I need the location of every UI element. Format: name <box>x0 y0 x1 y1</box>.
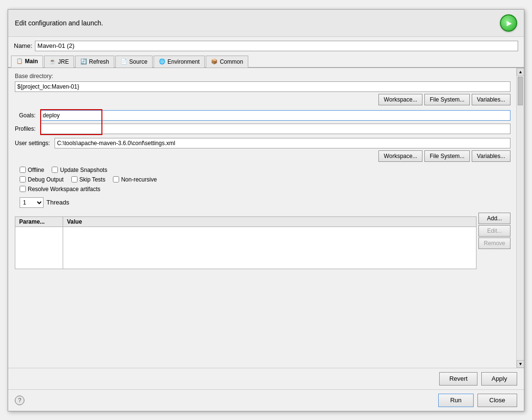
apply-button[interactable]: Apply <box>481 372 517 386</box>
checkbox-resolve-workspace: Resolve Workspace artifacts <box>20 186 100 193</box>
close-button[interactable]: Close <box>477 394 517 407</box>
param-column-header: Parame... <box>15 217 63 227</box>
threads-row: 1 2 4 8 Threads <box>15 197 510 208</box>
name-input[interactable] <box>35 41 518 51</box>
user-settings-buttons: Workspace... File System... Variables... <box>15 150 510 162</box>
tab-environment[interactable]: 🌐 Environment <box>154 56 205 68</box>
params-area: Parame... Value Add... Edit... Remove <box>15 213 510 269</box>
offline-checkbox[interactable] <box>20 167 26 173</box>
resolve-workspace-checkbox[interactable] <box>20 186 26 192</box>
tab-source[interactable]: 📄 Source <box>115 56 153 68</box>
skip-tests-label: Skip Tests <box>79 176 105 183</box>
name-row: Name: <box>8 37 524 55</box>
file-system-btn-1[interactable]: File System... <box>424 94 470 105</box>
footer-buttons: Run Close <box>438 394 517 407</box>
threads-select[interactable]: 1 2 4 8 <box>20 197 44 208</box>
dialog-title: Edit configuration and launch. <box>15 19 103 27</box>
common-tab-icon: 📦 <box>211 58 218 65</box>
revert-button[interactable]: Revert <box>439 372 477 386</box>
non-recursive-label: Non-recursive <box>121 176 157 183</box>
user-settings-label: User settings: <box>15 140 52 147</box>
tab-common[interactable]: 📦 Common <box>206 56 248 68</box>
base-directory-input[interactable] <box>15 81 510 92</box>
scrollbar-down-btn[interactable]: ▼ <box>517 360 524 368</box>
tab-main[interactable]: 📋 Main <box>11 56 43 68</box>
debug-output-checkbox[interactable] <box>20 176 26 182</box>
file-system-btn-2[interactable]: File System... <box>424 150 470 162</box>
profiles-input[interactable] <box>40 124 510 134</box>
bottom-buttons: Revert Apply <box>8 368 524 389</box>
jre-tab-icon: ☕ <box>49 58 56 65</box>
tab-refresh[interactable]: 🔄 Refresh <box>75 56 114 68</box>
variables-btn-1[interactable]: Variables... <box>472 94 510 105</box>
checkboxes-section: Offline Update Snapshots Debug Output Sk… <box>15 167 510 193</box>
scrollbar-up-btn[interactable]: ▲ <box>517 68 524 76</box>
checkbox-offline: Offline <box>20 167 44 173</box>
base-directory-buttons: Workspace... File System... Variables... <box>15 94 510 105</box>
threads-label: Threads <box>46 199 69 206</box>
help-icon[interactable]: ? <box>15 396 24 405</box>
tabs-bar: 📋 Main ☕ JRE 🔄 Refresh 📄 Source 🌐 Enviro… <box>8 55 524 68</box>
workspace-btn-1[interactable]: Workspace... <box>378 94 422 105</box>
params-actions: Add... Edit... Remove <box>478 213 510 249</box>
add-btn[interactable]: Add... <box>478 213 510 224</box>
params-table: Parame... Value <box>15 216 477 269</box>
params-param-body <box>15 227 63 269</box>
params-body <box>15 227 476 269</box>
dialog-header: Edit configuration and launch. <box>8 10 524 37</box>
goals-profiles-grid: Goals: Profiles: <box>15 110 510 134</box>
tab-source-label: Source <box>129 58 147 65</box>
scrollbar-track: ▲ ▼ <box>516 68 524 368</box>
refresh-tab-icon: 🔄 <box>80 58 87 65</box>
footer: ? Run Close <box>8 389 524 411</box>
params-value-body <box>63 227 476 269</box>
run-button[interactable]: Run <box>438 394 474 407</box>
value-column-header: Value <box>63 217 476 227</box>
update-snapshots-checkbox[interactable] <box>52 167 58 173</box>
skip-tests-checkbox[interactable] <box>71 176 78 182</box>
checkbox-update-snapshots: Update Snapshots <box>52 167 107 173</box>
tab-environment-label: Environment <box>167 58 200 65</box>
environment-tab-icon: 🌐 <box>159 58 166 65</box>
debug-output-label: Debug Output <box>28 176 64 183</box>
user-settings-row: User settings: <box>15 138 510 148</box>
tab-refresh-label: Refresh <box>89 58 109 65</box>
tab-main-label: Main <box>25 58 38 65</box>
scrollbar-thumb[interactable] <box>518 77 523 105</box>
checkbox-debug-output: Debug Output <box>20 176 64 183</box>
main-tab-icon: 📋 <box>16 58 23 64</box>
tab-jre[interactable]: ☕ JRE <box>44 56 74 68</box>
tab-jre-label: JRE <box>58 58 69 65</box>
user-settings-input[interactable] <box>55 138 510 148</box>
dialog: Edit configuration and launch. Name: 📋 M… <box>8 9 524 411</box>
checkbox-row-3: Resolve Workspace artifacts <box>20 186 510 193</box>
edit-btn[interactable]: Edit... <box>478 225 510 237</box>
goals-input-wrapper <box>40 110 510 121</box>
goals-label: Goals: <box>15 112 37 119</box>
update-snapshots-label: Update Snapshots <box>60 167 107 173</box>
goals-input[interactable] <box>40 110 510 121</box>
resolve-workspace-label: Resolve Workspace artifacts <box>28 186 100 193</box>
non-recursive-checkbox[interactable] <box>113 176 119 182</box>
offline-label: Offline <box>28 167 44 173</box>
checkbox-row-1: Offline Update Snapshots <box>20 167 510 173</box>
remove-btn[interactable]: Remove <box>478 238 510 249</box>
content-area: Base directory: Workspace... File System… <box>8 68 524 368</box>
checkbox-skip-tests: Skip Tests <box>71 176 105 183</box>
name-label: Name: <box>14 42 32 49</box>
checkbox-non-recursive: Non-recursive <box>113 176 157 183</box>
params-header: Parame... Value <box>15 217 476 227</box>
run-icon-header[interactable] <box>500 14 517 32</box>
scrollable-content: Base directory: Workspace... File System… <box>8 68 524 368</box>
workspace-btn-2[interactable]: Workspace... <box>378 150 422 162</box>
tab-common-label: Common <box>220 58 243 65</box>
source-tab-icon: 📄 <box>121 58 127 65</box>
profiles-label: Profiles: <box>15 125 37 132</box>
variables-btn-2[interactable]: Variables... <box>472 150 510 162</box>
scrollbar-area <box>517 76 524 360</box>
checkbox-row-2: Debug Output Skip Tests Non-recursive <box>20 176 510 183</box>
base-directory-label: Base directory: <box>15 73 510 79</box>
